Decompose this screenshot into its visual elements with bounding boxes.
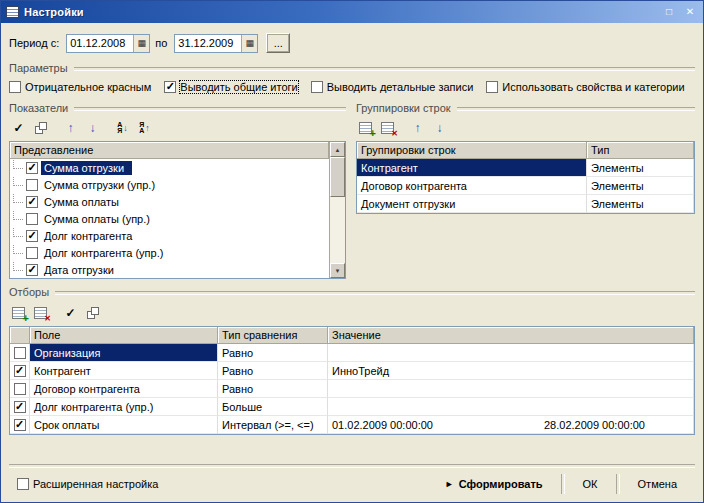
grouping-name-cell[interactable]: Договор контрагента (357, 177, 587, 195)
close-button[interactable]: ✕ (682, 5, 698, 19)
add-row-button[interactable] (356, 119, 375, 137)
row-checkbox[interactable] (14, 401, 26, 413)
scrollbar-track[interactable] (330, 197, 345, 263)
move-down-button[interactable]: ↓ (83, 119, 102, 137)
indicator-label[interactable]: Сумма отгрузки (упр.) (41, 178, 163, 192)
filter-field-cell[interactable]: Договор контрагента (30, 380, 218, 398)
row-checkbox[interactable] (26, 230, 38, 242)
row-checkbox[interactable] (26, 162, 38, 174)
add-row-button[interactable] (9, 304, 28, 322)
filter-field-cell[interactable]: Срок оплаты (30, 416, 218, 434)
period-more-button[interactable]: ... (266, 33, 290, 53)
row-checkbox[interactable] (26, 179, 38, 191)
checkbox-show-totals[interactable]: Выводить общие итоги (164, 81, 297, 93)
row-checkbox[interactable] (26, 196, 38, 208)
filter-checkbox-cell[interactable] (10, 380, 30, 398)
indicator-label[interactable]: Сумма отгрузки (41, 161, 132, 175)
sort-desc-button[interactable]: ЯА ↑ (135, 119, 154, 137)
move-down-button[interactable]: ↓ (430, 119, 449, 137)
grouping-type-cell[interactable]: Элементы (587, 177, 694, 195)
checkbox-negative-red[interactable]: Отрицательное красным (9, 81, 151, 93)
period-from-input[interactable] (67, 35, 133, 52)
filter-checkbox-cell[interactable] (10, 398, 30, 416)
maximize-button[interactable]: □ (661, 5, 677, 19)
filter-value-cell[interactable]: 01.02.2009 00:00:0028.02.2009 00:00:00 (328, 416, 694, 434)
check-all-button[interactable]: ✓ (9, 119, 28, 137)
row-checkbox[interactable] (26, 264, 38, 276)
row-checkbox[interactable] (26, 247, 38, 259)
filter-comparison-cell[interactable]: Равно (218, 344, 328, 362)
grouping-name-cell[interactable]: Документ отгрузки (357, 195, 587, 213)
check-all-button[interactable]: ✓ (61, 304, 80, 322)
move-up-button[interactable]: ↑ (408, 119, 427, 137)
scroll-up-icon[interactable]: ▲ (330, 142, 345, 157)
sort-asc-button[interactable]: АЯ ↓ (113, 119, 132, 137)
checkbox-box[interactable] (164, 81, 176, 93)
row-checkbox[interactable] (26, 213, 38, 225)
column-header[interactable]: Тип (587, 142, 694, 159)
indicator-label[interactable]: Дата отгрузки (41, 263, 122, 277)
filter-checkbox-cell[interactable] (10, 344, 30, 362)
checkbox-use-properties[interactable]: Использовать свойства и категории (486, 81, 684, 93)
delete-row-button[interactable] (31, 304, 50, 322)
filter-comparison-cell[interactable]: Больше (218, 398, 328, 416)
column-header[interactable]: Поле (30, 327, 218, 344)
indicator-row[interactable]: Сумма оплаты (10, 193, 329, 210)
filter-row[interactable]: Долг контрагента (упр.) Больше (10, 398, 694, 416)
checkbox-show-details[interactable]: Выводить детальные записи (311, 81, 474, 93)
filter-field-cell[interactable]: Контрагент (30, 362, 218, 380)
indicator-row[interactable]: Сумма оплаты (упр.) (10, 210, 329, 227)
scroll-down-icon[interactable]: ▼ (330, 263, 345, 278)
filter-value-cell[interactable] (328, 380, 694, 398)
grouping-row[interactable]: Контрагент Элементы (357, 159, 694, 177)
filter-row[interactable]: Договор контрагента Равно (10, 380, 694, 398)
indicator-row[interactable]: Долг контрагента (10, 227, 329, 244)
move-up-button[interactable]: ↑ (61, 119, 80, 137)
indicator-row[interactable]: Дата отгрузки (10, 261, 329, 278)
filter-comparison-cell[interactable]: Интервал (>=, <=) (218, 416, 328, 434)
indicator-label[interactable]: Сумма оплаты (41, 195, 127, 209)
filter-comparison-cell[interactable]: Равно (218, 362, 328, 380)
filter-comparison-cell[interactable]: Равно (218, 380, 328, 398)
indicator-row[interactable]: Сумма отгрузки (10, 159, 329, 176)
filter-checkbox-cell[interactable] (10, 362, 30, 380)
checkbox-box[interactable] (9, 81, 21, 93)
filter-value-cell[interactable]: ИнноТрейд (328, 362, 694, 380)
checkbox-box[interactable] (311, 81, 323, 93)
checkbox-advanced-settings[interactable]: Расширенная настройка (17, 478, 158, 490)
delete-row-button[interactable] (378, 119, 397, 137)
grouping-row[interactable]: Документ отгрузки Элементы (357, 195, 694, 213)
checkbox-box[interactable] (486, 81, 498, 93)
calendar-icon[interactable]: ▦ (241, 35, 257, 52)
grouping-type-cell[interactable]: Элементы (587, 195, 694, 213)
indicator-row[interactable]: Долг контрагента (упр.) (10, 244, 329, 261)
indicator-label[interactable]: Долг контрагента (41, 229, 140, 243)
indicator-row[interactable]: Сумма отгрузки (упр.) (10, 176, 329, 193)
calendar-icon[interactable]: ▦ (133, 35, 149, 52)
ok-button[interactable]: ОК (575, 475, 606, 493)
checkbox-box[interactable] (17, 478, 29, 490)
column-header-checkbox[interactable] (10, 327, 30, 344)
filter-row[interactable]: Срок оплаты Интервал (>=, <=) 01.02.2009… (10, 416, 694, 434)
period-to-input[interactable] (175, 35, 241, 52)
row-checkbox[interactable] (14, 347, 26, 359)
filter-field-cell[interactable]: Долг контрагента (упр.) (30, 398, 218, 416)
indicator-label[interactable]: Долг контрагента (упр.) (41, 246, 171, 260)
row-checkbox[interactable] (14, 383, 26, 395)
filter-value-cell[interactable] (328, 344, 694, 362)
grouping-name-cell[interactable]: Контрагент (357, 159, 587, 177)
row-checkbox[interactable] (14, 365, 26, 377)
filter-value-cell[interactable] (328, 398, 694, 416)
row-checkbox[interactable] (14, 419, 26, 431)
scrollbar-thumb[interactable] (330, 157, 345, 197)
uncheck-all-button[interactable] (83, 304, 102, 322)
column-header[interactable]: Группировки строк (357, 142, 587, 159)
filter-row[interactable]: Контрагент Равно ИнноТрейд (10, 362, 694, 380)
column-header[interactable]: Значение (328, 327, 694, 344)
filter-row[interactable]: Организация Равно (10, 344, 694, 362)
filter-field-cell[interactable]: Организация (30, 344, 218, 362)
generate-button[interactable]: ► Сформировать (437, 475, 551, 493)
filter-checkbox-cell[interactable] (10, 416, 30, 434)
grouping-type-cell[interactable]: Элементы (587, 159, 694, 177)
uncheck-all-button[interactable] (31, 119, 50, 137)
